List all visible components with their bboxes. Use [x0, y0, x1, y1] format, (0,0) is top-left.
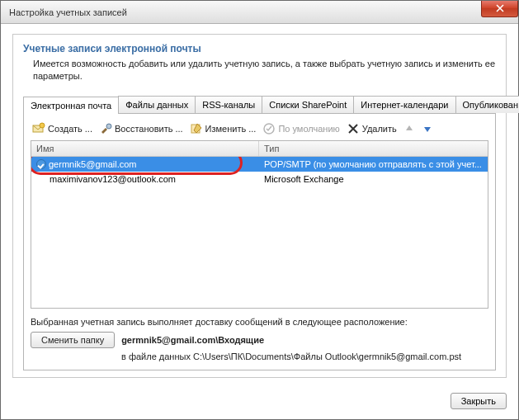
titlebar: Настройка учетных записей [1, 1, 518, 24]
account-name: maximivanov123@outlook.com [50, 174, 176, 184]
window-title: Настройка учетных записей [9, 7, 127, 17]
accounts-grid: Имя Тип germnik5@gmail.com POP/SMTP (по … [31, 140, 488, 309]
tab-rss[interactable]: RSS-каналы [195, 96, 262, 113]
set-default-button[interactable]: По умолчанию [262, 122, 339, 135]
tab-sharepoint[interactable]: Списки SharePoint [262, 96, 354, 113]
edit-icon [190, 122, 203, 135]
tabstrip: Электронная почта Файлы данных RSS-канал… [23, 96, 496, 114]
account-type: Microsoft Exchange [259, 174, 488, 184]
svg-point-1 [40, 123, 45, 128]
delivery-section: Выбранная учетная запись выполняет доста… [31, 317, 488, 361]
window-close-button[interactable] [481, 1, 518, 17]
svg-point-2 [106, 124, 111, 129]
new-mail-icon [32, 122, 45, 135]
default-account-icon [36, 159, 46, 169]
change-folder-button[interactable]: Сменить папку [31, 332, 115, 348]
account-name: germnik5@gmail.com [49, 159, 137, 169]
tab-body: Создать Восстановить Изменить [23, 114, 496, 370]
arrow-up-icon [403, 123, 415, 134]
restore-button[interactable]: Восстановить [99, 122, 183, 135]
edit-button[interactable]: Изменить [190, 122, 257, 135]
delivery-folder: germnik5@gmail.com\Входящие [121, 335, 264, 345]
account-settings-window: Настройка учетных записей Учетные записи… [0, 0, 519, 420]
tab-email[interactable]: Электронная почта [23, 97, 119, 114]
check-circle-icon [262, 122, 276, 135]
grid-header: Имя Тип [31, 141, 488, 157]
tab-internet-calendars[interactable]: Интернет-календари [353, 96, 455, 113]
create-button[interactable]: Создать [32, 122, 92, 135]
tab-data-files[interactable]: Файлы данных [118, 96, 196, 113]
account-row[interactable]: germnik5@gmail.com POP/SMTP (по умолчани… [31, 157, 488, 172]
section-description: Имеется возможность добавить или удалить… [33, 58, 496, 83]
arrow-down-icon [422, 123, 433, 134]
delete-x-icon [347, 122, 360, 135]
grid-body: germnik5@gmail.com POP/SMTP (по умолчани… [31, 157, 488, 308]
delivery-path: в файле данных C:\Users\ПК\Documents\Фай… [121, 352, 488, 361]
footer: Закрыть [1, 386, 518, 419]
column-header-type[interactable]: Тип [259, 141, 488, 156]
account-type: POP/SMTP (по умолчанию отправлять с этой… [259, 159, 488, 169]
delivery-intro: Выбранная учетная запись выполняет доста… [31, 317, 488, 327]
repair-icon [99, 122, 112, 135]
main-panel: Учетные записи электронной почты Имеется… [12, 34, 507, 378]
content-area: Учетные записи электронной почты Имеется… [1, 24, 518, 386]
close-button[interactable]: Закрыть [451, 393, 507, 409]
account-row[interactable]: maximivanov123@outlook.com Microsoft Exc… [31, 172, 488, 186]
move-up-button[interactable] [403, 123, 415, 134]
close-icon [496, 4, 504, 14]
delete-button[interactable]: Удалить [347, 122, 397, 135]
section-title: Учетные записи электронной почты [23, 43, 496, 54]
move-down-button[interactable] [422, 123, 433, 134]
toolbar: Создать Восстановить Изменить [31, 120, 488, 140]
column-header-name[interactable]: Имя [31, 141, 259, 156]
tab-published[interactable]: Опубликован [455, 96, 520, 113]
